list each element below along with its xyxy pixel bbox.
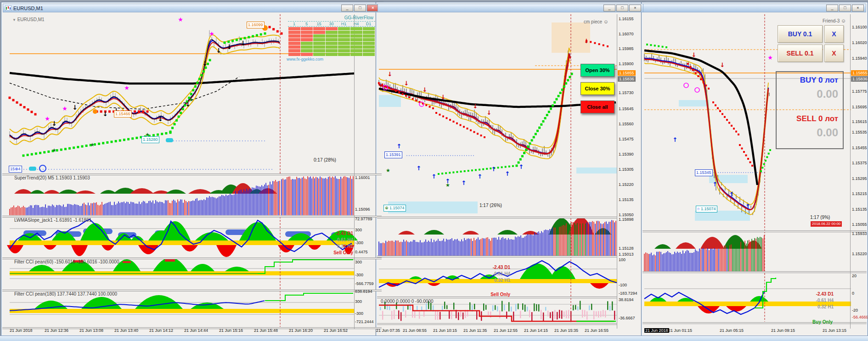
riverflow-cell [326, 53, 338, 56]
smiley-toggle-icon[interactable]: ☺ [603, 19, 609, 24]
svg-text:★: ★ [124, 84, 130, 91]
time-axis-label: 21 Jun 14:12 [149, 328, 173, 333]
w2-main-chart: ↑↑↑↑↑↑↑↑↑↓↓↓↓↓↓↓★★ [379, 14, 617, 217]
riverflow-timeframe: 1 [288, 22, 300, 26]
riverflow-timeframe: 30 [325, 22, 338, 26]
svg-text:★: ★ [386, 168, 390, 173]
svg-text:↓: ↓ [240, 39, 246, 47]
close-all-button[interactable]: Close all [581, 101, 614, 113]
riverflow-cell [313, 31, 325, 34]
sell-close-x-button[interactable]: X [824, 45, 844, 62]
price-scale-tick: 1.15645 [619, 106, 634, 111]
riverflow-cell [313, 49, 325, 52]
close-button[interactable]: × [852, 5, 864, 11]
riverflow-cell [326, 38, 338, 41]
pane-separator[interactable] [643, 230, 867, 232]
pane-separator[interactable] [643, 322, 867, 324]
svg-text:★: ★ [45, 115, 50, 122]
window-titlebar[interactable]: EURUSD,M1 _ □ × [3, 4, 381, 12]
time-axis-label: 21 Jun 10:15 [433, 328, 457, 333]
svg-text:↑: ↑ [397, 143, 402, 150]
time-axis-label: 21 Jun 13:15 [823, 328, 846, 333]
price-scale-tick: 0 [852, 291, 854, 296]
sell-button[interactable]: SELL 0.1 [778, 45, 823, 62]
svg-text:★: ★ [52, 147, 56, 153]
svg-text:↑: ↑ [505, 170, 510, 177]
svg-text:★: ★ [189, 97, 193, 103]
time-axis-label: 21 Jun 14:44 [184, 328, 208, 333]
slope-h1-value: 0.32 H1 [817, 304, 834, 309]
price-scale-tick: 1.15985 [619, 46, 634, 51]
smiley-toggle-icon[interactable]: ☺ [841, 18, 846, 23]
price-scale-axis[interactable] [850, 14, 851, 329]
open-30-button[interactable]: Open 30% [581, 64, 614, 77]
riverflow-cell [326, 45, 338, 49]
chart-window-right: _ □ × Friend-3 ☺ BUY 0.1 X SELL 0.1 X BU… [641, 2, 868, 338]
price-scale-axis[interactable] [617, 14, 617, 329]
trade-mode-label: Sell Only [333, 250, 353, 255]
riverflow-cell [350, 53, 362, 56]
ask-price-box: 1.15855 [851, 70, 868, 76]
window-titlebar[interactable]: _ □ × [378, 4, 643, 12]
ask-price-box: 1.15855 [618, 70, 636, 76]
maximize-button[interactable]: □ [839, 5, 851, 11]
svg-text:★: ★ [178, 16, 183, 23]
window-title: EURUSD,M1 [13, 6, 43, 11]
pane-separator[interactable] [643, 271, 867, 273]
time-axis-label: 21 Jun 15:35 [554, 328, 578, 333]
pane-separator[interactable] [377, 256, 617, 257]
slope-h4-value: -0.61 H4 [816, 298, 834, 303]
svg-text:↓: ↓ [720, 61, 725, 68]
time-axis-label: 21 Jun 14:15 [524, 328, 548, 333]
buy-close-x-button[interactable]: X [824, 25, 844, 43]
svg-text:↓: ↓ [216, 47, 221, 54]
price-scale-tick: -566.7759 [355, 281, 374, 286]
price-scale-tick: -56.4669 [852, 315, 868, 319]
minimize-button[interactable]: _ [826, 5, 838, 11]
indicator-label-bottom: 0.0000 0.0000 0 -90.0000 [381, 299, 434, 304]
svg-text:↑: ↑ [478, 173, 483, 180]
time-axis-label: 21 Jun 13:08 [79, 328, 103, 333]
minimize-button[interactable]: _ [603, 5, 615, 11]
time-axis-label: 21 Jun 16:52 [324, 328, 348, 333]
pane-separator[interactable] [377, 217, 617, 218]
close-button[interactable]: × [629, 5, 641, 11]
price-label-b: ○ 1.15074 [696, 206, 717, 212]
symbol-corner-label[interactable]: ▼ EURUSD,M1 [12, 17, 45, 22]
time-axis-label: 21 Jun 15:16 [219, 328, 243, 333]
price-scale-tick: 38.8194 [619, 297, 634, 302]
close-30-button[interactable]: Close 30% [581, 82, 614, 95]
price-scale-tick: -300 [355, 273, 363, 277]
pane-separator[interactable] [377, 323, 617, 325]
riverflow-cell [301, 27, 313, 30]
svg-text:↑: ↑ [445, 178, 451, 184]
window-titlebar[interactable]: _ □ × [643, 4, 866, 12]
slope-d1-value: -2.43 D1 [816, 291, 834, 296]
slope-h1-value: 0.32 H1 [337, 244, 353, 249]
svg-text:★: ★ [90, 142, 95, 148]
time-axis-label: 21 Jun 16:20 [289, 328, 313, 333]
mt4-workspace: EURUSD,M1 _ □ × ▼ EURUSD,M1 GG-RiverFlow… [0, 0, 868, 341]
riverflow-cell [338, 38, 350, 41]
slope-d1-value: -2.43 D1 [336, 231, 353, 236]
buy-button[interactable]: BUY 0.1 [778, 25, 823, 43]
maximize-button[interactable]: □ [616, 5, 628, 11]
time-axis-label: 21 Jun 09:15 [771, 328, 795, 333]
svg-text:↑: ↑ [746, 203, 751, 210]
riverflow-site-link[interactable]: www.fx-ggekko.com [287, 57, 377, 61]
svg-text:↓: ↓ [202, 60, 208, 67]
riverflow-title: GG-RiverFlow [279, 15, 377, 21]
panel-corner-label: cm piece ☺ [584, 19, 609, 24]
minimize-button[interactable]: _ [341, 5, 353, 11]
price-scale-tick: 1.15730 [619, 90, 634, 95]
restore-button[interactable]: □ [354, 5, 366, 11]
riverflow-cell [313, 53, 325, 56]
riverflow-cell [350, 34, 362, 38]
riverflow-timeframe: H1 [338, 22, 350, 26]
price-scale-tick: 1.15375 [852, 161, 867, 165]
svg-text:↓: ↓ [102, 110, 108, 117]
price-scale-tick: -183.7294 [619, 291, 637, 296]
price-scale-tick: 72.97789 [355, 217, 372, 221]
riverflow-cell [363, 31, 375, 34]
svg-text:↓: ↓ [51, 120, 57, 127]
